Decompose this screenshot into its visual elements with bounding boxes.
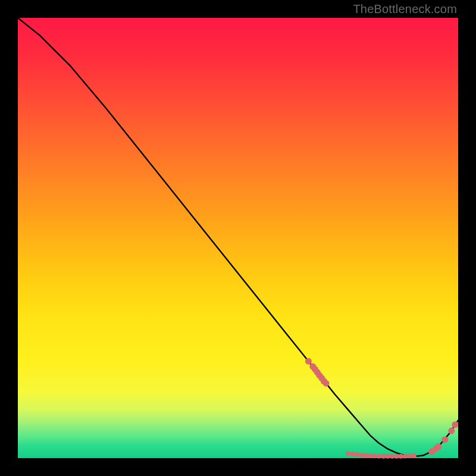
data-marker: [399, 454, 403, 459]
data-marker: [355, 452, 359, 457]
data-marker: [390, 454, 394, 459]
bottleneck-curve: [18, 18, 458, 456]
data-marker: [350, 452, 355, 456]
data-marker: [408, 453, 412, 458]
data-marker: [412, 453, 416, 458]
curve-layer: [18, 18, 458, 458]
data-marker: [381, 454, 386, 459]
data-marker: [323, 380, 330, 387]
data-marker: [386, 454, 390, 459]
data-marker: [359, 453, 364, 458]
watermark-label: TheBottleneck.com: [353, 2, 457, 16]
data-marker: [305, 358, 312, 365]
data-markers: [305, 358, 458, 459]
chart-container: TheBottleneck.com: [0, 0, 476, 476]
data-marker: [435, 443, 441, 450]
data-marker: [346, 452, 350, 456]
plot-area: [18, 18, 458, 458]
data-marker: [441, 436, 448, 443]
data-marker: [368, 453, 372, 458]
data-marker: [403, 454, 408, 459]
data-marker: [377, 453, 381, 458]
data-marker: [452, 421, 458, 428]
data-marker: [394, 454, 399, 459]
data-marker: [448, 428, 455, 434]
data-marker: [364, 453, 368, 458]
data-marker: [372, 453, 377, 458]
